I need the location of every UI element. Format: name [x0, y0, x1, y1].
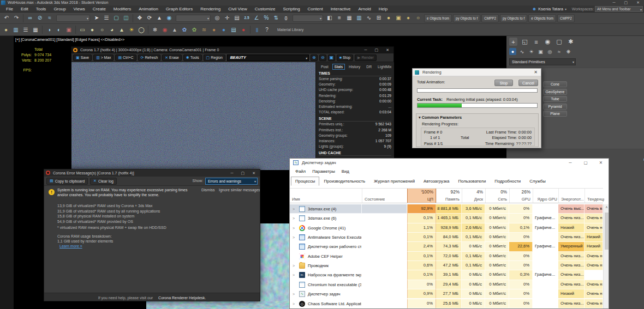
vertical-scrollbar[interactable]: ˄ — [603, 204, 609, 309]
menu-item-group[interactable]: Group — [50, 5, 69, 13]
script-button-2[interactable]: py Objects to f — [453, 14, 480, 22]
scene-explorer-icon[interactable]: ▥ — [354, 14, 364, 23]
save-button[interactable]: ▣Save — [73, 54, 92, 61]
named-selection-dropdown[interactable]: ▾ — [293, 15, 323, 22]
menu-item-tools[interactable]: Tools — [32, 5, 50, 13]
unlink-icon[interactable]: ⊘ — [35, 14, 45, 23]
tab-tm-3[interactable]: Автозагрузка — [419, 177, 454, 186]
zoom-in-button[interactable]: ⊕ — [311, 54, 318, 61]
column-header-network[interactable]: 0%Сеть — [485, 189, 509, 203]
expander-icon[interactable]: > — [293, 299, 295, 308]
object-button-tube[interactable]: Tube — [543, 96, 567, 102]
bind-spacewarp-icon[interactable]: ≈ — [45, 14, 55, 23]
placement-icon[interactable]: ◉ — [164, 14, 174, 23]
menu-item-create[interactable]: Create — [89, 5, 110, 13]
tab-tm-6[interactable]: Службы — [525, 177, 550, 186]
zoom-fit-button[interactable]: ▣ — [328, 54, 335, 61]
menu-item-file[interactable]: File — [2, 5, 17, 13]
expander-icon[interactable]: > — [293, 223, 295, 233]
percent-snap-icon[interactable]: % — [261, 14, 271, 23]
column-header-gpu-engine[interactable]: Ядро GPU — [533, 189, 558, 203]
menu-item-customize[interactable]: Customize — [251, 5, 279, 13]
stop-button[interactable]: ■Stop — [337, 54, 353, 61]
scale-icon[interactable]: ▲ — [154, 14, 164, 23]
curve-editor-icon[interactable]: ∿ — [364, 14, 374, 23]
menu-item-modifiers[interactable]: Modifiers — [110, 5, 135, 13]
cylinder-primitive-icon[interactable]: ○ — [97, 25, 107, 34]
render-production-icon[interactable]: ● — [403, 14, 413, 23]
geosphere-icon[interactable]: ◯ — [136, 25, 146, 34]
red-marker-icon[interactable]: ● — [238, 25, 248, 34]
workspace-dropdown[interactable]: Alt Menu and Toolbar ▾ — [595, 6, 643, 12]
close-icon[interactable]: ✕ — [593, 159, 609, 167]
copy-button[interactable]: ▤Ctrl+C — [115, 54, 136, 61]
menu-item-scripting[interactable]: Scripting — [279, 5, 303, 13]
expander-icon[interactable]: > — [293, 289, 295, 299]
menu-item-content[interactable]: Content — [304, 5, 327, 13]
pot-icon[interactable]: ● — [209, 25, 219, 34]
tab-tm-1[interactable]: Производительность — [319, 177, 369, 186]
rect-select-icon[interactable]: ▢ — [111, 14, 121, 23]
expander-icon[interactable]: > — [293, 214, 295, 223]
object-button-cone[interactable]: Cone — [543, 81, 567, 87]
schematic-view-icon[interactable]: ⊞ — [374, 14, 384, 23]
reference-coordinate-dropdown[interactable]: ▾ — [176, 15, 211, 22]
render-iterative-icon[interactable]: ○ — [413, 14, 423, 23]
object-button-plane[interactable]: Plane — [543, 111, 567, 117]
clipboard-icon[interactable]: ▤ — [229, 25, 238, 34]
menu-item-edit[interactable]: Edit — [17, 5, 32, 13]
clear-log-button[interactable]: ✕Clear log — [90, 178, 117, 185]
derrick-icon[interactable]: ▲ — [170, 25, 180, 34]
sun-icon[interactable]: ☀ — [127, 25, 136, 34]
table-row[interactable]: >✂Набросок на фрагменте экран...0,1%39,1… — [290, 270, 603, 280]
tm-menu-item[interactable]: Параметры — [309, 169, 338, 174]
select-manipulate-icon[interactable]: ✛ — [222, 14, 232, 23]
task-manager-titlebar[interactable]: ∿ Диспетчер задач ─ ▢ ✕ — [290, 159, 609, 167]
primitives-dropdown[interactable]: Standard Primitives ▾ — [509, 58, 576, 65]
snap-25d-icon[interactable]: 2.5 — [242, 14, 252, 23]
move-icon[interactable]: ✥ — [135, 14, 145, 23]
maximize-icon[interactable]: ▢ — [241, 169, 245, 177]
table-row[interactable]: >Google Chrome (41)1,1%928,9 МБ2,6 МБ/с0… — [290, 223, 603, 233]
table-row[interactable]: Adobe CEF Helper0,1%72,0 МБ0,1 МБ/с0 Мби… — [290, 252, 603, 261]
column-header-gpu[interactable]: 26%GPU — [509, 189, 533, 203]
tm-menu-item[interactable]: Вид — [338, 169, 353, 174]
dismiss-button[interactable]: Dismiss — [201, 188, 215, 192]
layers-list-icon[interactable]: ▦ — [31, 25, 40, 34]
column-header-memory[interactable]: 92%Память — [436, 189, 462, 203]
tab-tm-2[interactable]: Журнал приложений — [369, 177, 419, 186]
minimize-icon[interactable]: ─ — [365, 47, 367, 53]
table-row[interactable]: >Antimalware Service Executable0,1%84,0 … — [290, 233, 603, 242]
table-row[interactable]: Chromium host executable (32 ...0%29,4 М… — [290, 280, 603, 289]
expander-icon[interactable]: > — [293, 233, 295, 242]
rotate-icon[interactable]: ⟳ — [145, 14, 154, 23]
geometry-category-icon[interactable]: ● — [509, 48, 516, 55]
spacewarps-category-icon[interactable]: ≈ — [556, 48, 563, 55]
object-button-pyramid[interactable]: Pyramid — [543, 104, 567, 110]
tab-tm-5[interactable]: Подробности — [490, 177, 525, 186]
menu-item-rendering[interactable]: Rendering — [196, 5, 224, 13]
send-to-max-button[interactable]: ▥> Max — [93, 54, 114, 61]
angle-snap-icon[interactable]: ∠ — [252, 14, 261, 23]
menu-item-animation[interactable]: Animation — [135, 5, 162, 13]
mirror-icon[interactable]: ◧ — [325, 14, 335, 23]
keyboard-override-icon[interactable]: ▤ — [232, 14, 242, 23]
rendered-frame-window-icon[interactable]: ▣ — [393, 14, 403, 23]
image-icon[interactable]: ▥ — [11, 25, 21, 34]
menu-item-graph-editors[interactable]: Graph Editors — [162, 5, 196, 13]
menu-item-interactive[interactable]: Interactive — [327, 5, 355, 13]
maximize-icon[interactable]: ▢ — [375, 47, 379, 53]
sphere-primitive-icon[interactable]: ● — [87, 25, 97, 34]
container-icon[interactable]: ▮ — [252, 25, 262, 34]
table-row[interactable]: >◇Chaos Software Ltd. Application...0%25… — [290, 299, 603, 308]
motion-tab-icon[interactable]: ◉ — [544, 38, 552, 46]
shapes-category-icon[interactable]: ∿ — [518, 48, 526, 55]
table-row[interactable]: >3dsmax.exe (6)0,1%1 465,1 МБ0,1 МБ/с0 М… — [290, 214, 603, 223]
table-row[interactable]: >∿Диспетчер задач0,9%27,7 МБ0 МБ/с0 Мбит… — [290, 289, 603, 299]
script-button-1[interactable]: e Objects from — [424, 14, 452, 22]
undo-icon[interactable]: ↶ — [2, 14, 11, 23]
helpers-category-icon[interactable]: ◎ — [546, 48, 553, 55]
menu-item-help[interactable]: Help — [375, 5, 391, 13]
script-button-6[interactable]: CMPP2 — [557, 14, 575, 22]
corona-tab-stats[interactable]: Stats — [332, 64, 345, 70]
